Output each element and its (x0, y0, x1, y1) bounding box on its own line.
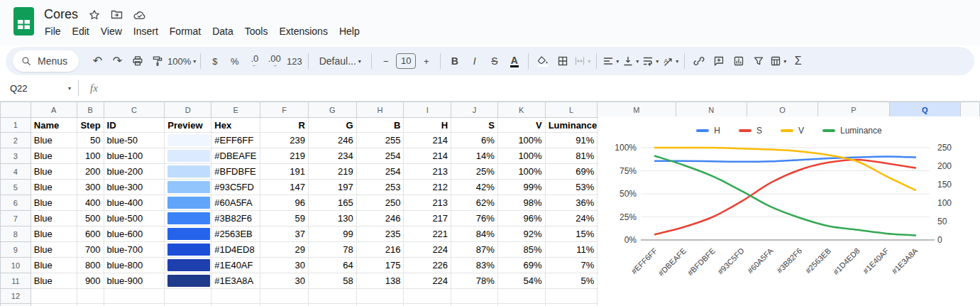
data-cell[interactable]: 54% (497, 273, 545, 289)
fill-color-button[interactable] (533, 51, 552, 71)
data-cell[interactable]: 84% (451, 226, 498, 242)
star-icon[interactable] (89, 9, 100, 21)
data-cell[interactable]: 76% (451, 211, 498, 226)
data-cell[interactable]: 100 (77, 148, 104, 164)
data-cell[interactable]: 138 (356, 273, 404, 289)
preview-cell[interactable] (165, 211, 211, 226)
data-cell[interactable]: 53% (545, 180, 598, 195)
data-cell[interactable]: #1E3A8A (211, 273, 260, 289)
data-cell[interactable]: 30 (260, 273, 309, 289)
data-cell[interactable]: 214 (404, 133, 451, 148)
data-cell[interactable]: Blue (31, 180, 77, 195)
data-cell[interactable]: 99% (497, 180, 545, 195)
column-header-D[interactable]: D (165, 102, 211, 118)
empty-cell[interactable] (77, 289, 104, 304)
data-cell[interactable]: 6% (451, 133, 498, 148)
formula-input[interactable] (98, 75, 980, 101)
data-cell[interactable]: 165 (308, 195, 356, 211)
font-family-select[interactable]: Defaul...▾ (313, 51, 367, 71)
document-title[interactable]: Cores (44, 7, 78, 22)
row-header-4[interactable]: 4 (1, 164, 31, 180)
column-header-N[interactable]: N (676, 102, 747, 118)
redo-button[interactable]: ↷ (108, 51, 127, 71)
functions-button[interactable]: Σ (788, 51, 808, 71)
data-cell[interactable]: 213 (404, 195, 451, 211)
data-cell[interactable]: 600 (77, 226, 104, 242)
empty-cell[interactable] (308, 304, 356, 306)
data-cell[interactable]: 29 (260, 242, 309, 258)
header-cell[interactable]: Luminance (545, 118, 598, 133)
data-cell[interactable]: 50 (77, 133, 104, 148)
empty-cell[interactable] (545, 289, 598, 304)
header-cell[interactable]: R (260, 118, 309, 133)
menu-view[interactable]: View (95, 23, 128, 39)
data-cell[interactable]: 300 (77, 180, 104, 195)
menu-insert[interactable]: Insert (128, 23, 164, 39)
row-header-10[interactable]: 10 (1, 258, 31, 273)
italic-button[interactable]: I (465, 51, 484, 71)
data-cell[interactable]: 400 (77, 195, 104, 211)
menu-extensions[interactable]: Extensions (273, 23, 333, 39)
decrease-font-size-button[interactable]: − (376, 51, 395, 71)
data-cell[interactable]: 78% (451, 273, 498, 289)
header-cell[interactable]: Step (77, 118, 104, 133)
preview-cell[interactable] (165, 180, 211, 195)
header-cell[interactable]: G (308, 118, 356, 133)
column-header-K[interactable]: K (497, 102, 545, 118)
data-cell[interactable]: 214 (404, 148, 451, 164)
data-cell[interactable]: 254 (356, 148, 404, 164)
data-cell[interactable]: #3B82F6 (211, 211, 260, 226)
row-header-2[interactable]: 2 (1, 133, 31, 148)
data-cell[interactable]: 69% (545, 164, 598, 180)
menu-data[interactable]: Data (207, 23, 239, 39)
column-header-H[interactable]: H (356, 102, 404, 118)
increase-decimal-button[interactable]: .00→ (265, 51, 284, 71)
empty-cell[interactable] (356, 304, 404, 306)
move-to-folder-icon[interactable] (111, 9, 123, 20)
data-cell[interactable]: 24% (545, 211, 598, 226)
empty-cell[interactable] (211, 289, 260, 304)
data-cell[interactable]: Blue (31, 195, 77, 211)
data-cell[interactable]: blue-900 (104, 273, 165, 289)
data-cell[interactable]: 58 (308, 273, 356, 289)
data-cell[interactable]: 212 (404, 180, 451, 195)
data-cell[interactable]: 224 (404, 273, 451, 289)
column-header-J[interactable]: J (451, 102, 498, 118)
empty-cell[interactable] (165, 289, 211, 304)
row-header-1[interactable]: 1 (1, 118, 31, 133)
data-cell[interactable]: 253 (356, 180, 404, 195)
data-cell[interactable]: 800 (77, 258, 104, 273)
data-cell[interactable]: 235 (356, 226, 404, 242)
merge-cells-button[interactable]: ▾ (573, 51, 592, 71)
more-formats-button[interactable]: 123 (285, 51, 304, 71)
increase-font-size-button[interactable]: + (417, 51, 436, 71)
data-cell[interactable]: 25% (451, 164, 498, 180)
undo-button[interactable]: ↶ (88, 51, 107, 71)
data-cell[interactable]: Blue (31, 226, 77, 242)
data-cell[interactable]: Blue (31, 164, 77, 180)
data-cell[interactable]: #1D4ED8 (211, 242, 260, 258)
header-cell[interactable]: B (356, 118, 404, 133)
data-cell[interactable]: 175 (356, 258, 404, 273)
data-cell[interactable]: #1E40AF (211, 258, 260, 273)
data-cell[interactable]: 213 (404, 164, 451, 180)
empty-cell[interactable] (497, 289, 545, 304)
header-cell[interactable]: Hex (211, 118, 260, 133)
empty-cell[interactable] (404, 304, 451, 306)
empty-cell[interactable] (31, 289, 77, 304)
format-percent-button[interactable]: % (225, 51, 244, 71)
data-cell[interactable]: 92% (497, 226, 545, 242)
data-cell[interactable]: 234 (308, 148, 356, 164)
data-cell[interactable]: #BFDBFE (211, 164, 260, 180)
data-cell[interactable]: 500 (77, 211, 104, 226)
menu-help[interactable]: Help (334, 23, 365, 39)
column-header-O[interactable]: O (747, 102, 817, 118)
empty-cell[interactable] (77, 304, 104, 306)
column-header-E[interactable]: E (211, 102, 260, 118)
empty-cell[interactable] (31, 304, 77, 306)
row-header-8[interactable]: 8 (1, 226, 31, 242)
borders-button[interactable] (553, 51, 572, 71)
data-cell[interactable]: 197 (308, 180, 356, 195)
column-header-M[interactable]: M (598, 102, 676, 118)
empty-cell[interactable] (104, 304, 165, 306)
